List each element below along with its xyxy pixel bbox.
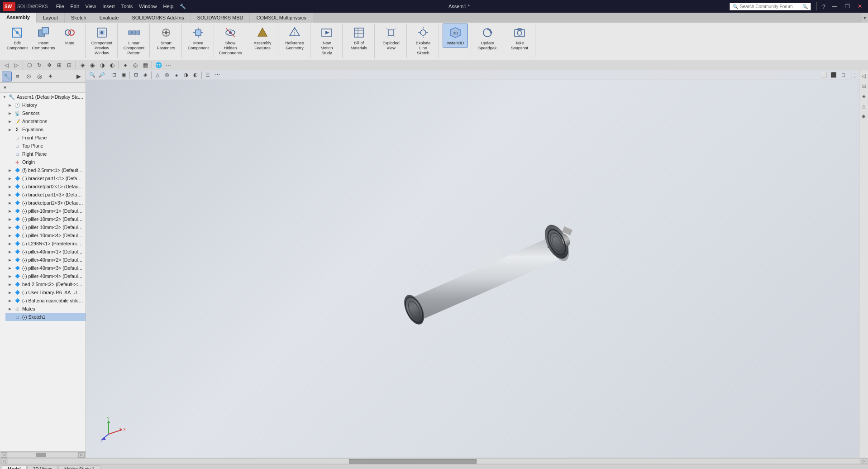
tree-item-bracketpart2-3[interactable]: ▶ 🔷 (-) bracketpart2<3> (Default<<Defa..…	[5, 199, 86, 207]
vp-standard-views[interactable]: ▣	[119, 71, 128, 80]
explode-line-sketch-button[interactable]: ExplodeLineSketch	[410, 24, 436, 57]
vp-appearance[interactable]: ☰	[203, 71, 212, 80]
3d-viewport[interactable]: 🔍 🔎 ⊡ ▣ ⊞ ◈ △ ◎ ● ◑ ◐ ☰ ⋯ ⬜ ⬛ ◻ ⛶	[86, 70, 859, 458]
dim-expert-tab[interactable]: ◎	[34, 72, 44, 81]
tb2-zoom-box[interactable]: ⊡	[65, 61, 74, 70]
tree-item-front-plane[interactable]: □ Front Plane	[5, 134, 86, 142]
expand-bed-2[interactable]: ▶	[7, 282, 13, 287]
rp-btn-3[interactable]: ◈	[860, 92, 868, 100]
reference-geometry-button[interactable]: ReferenceGeometry	[282, 24, 307, 53]
vp-display-wireframe[interactable]: ◈	[141, 71, 150, 80]
expand-piller-40-1[interactable]: ▶	[7, 249, 13, 254]
vp-realview[interactable]: ●	[172, 71, 181, 80]
tree-item-equations[interactable]: ▶ Σ Equations	[5, 125, 86, 134]
vp-split-right[interactable]: ⬜	[820, 71, 829, 80]
tree-item-right-plane[interactable]: □ Right Plane	[5, 150, 86, 158]
sidebar-scroll-track[interactable]	[8, 453, 77, 457]
tb2-more[interactable]: ⋯	[164, 61, 173, 70]
tree-item-piller-10-3[interactable]: ▶ 🔷 (-) piller-10mm<3> (Default<<Defa...	[5, 223, 86, 231]
expand-piller-10-4[interactable]: ▶	[7, 233, 13, 238]
scroll-right-arrow[interactable]: ▷	[861, 459, 867, 464]
tb2-hide[interactable]: ◉	[88, 61, 97, 70]
tb2-curvature[interactable]: ▦	[141, 61, 150, 70]
vp-display-shaded[interactable]: ⊞	[131, 71, 140, 80]
tree-item-top-plane[interactable]: □ Top Plane	[5, 142, 86, 150]
menu-help[interactable]: Help	[160, 3, 176, 10]
tb2-environment[interactable]: 🌐	[154, 61, 163, 70]
expand-bed-1[interactable]: ▶	[7, 168, 13, 173]
maximize-button[interactable]: ❐	[842, 2, 853, 11]
tab-comsol[interactable]: COMSOL Multiphysics	[250, 13, 313, 23]
expand-sensors[interactable]: ▶	[7, 110, 13, 116]
feature-tree[interactable]: ▼ 🔧 Assem1 (Default<Display State-1>) ▶ …	[0, 93, 86, 451]
smart-fasteners-button[interactable]: SmartFasteners	[153, 24, 179, 53]
expand-bracket-3[interactable]: ▶	[7, 192, 13, 197]
tree-item-piller-40-4[interactable]: ▶ 🔷 (-) piller-40mm<4> (Default<<Defa...	[5, 272, 86, 280]
tree-item-piller-40-1[interactable]: ▶ 🔷 (-) piller-40mm<1> (Default<<Defa...	[5, 248, 86, 256]
vp-restore[interactable]: ◻	[839, 71, 848, 80]
menu-tools[interactable]: Tools	[119, 3, 136, 10]
vp-view-selector[interactable]: ◎	[162, 71, 172, 80]
tree-item-assem1[interactable]: ▼ 🔧 Assem1 (Default<Display State-1>)	[0, 93, 86, 101]
instant3d-button[interactable]: 3D Instant3D	[443, 24, 468, 48]
menu-window[interactable]: Window	[136, 3, 159, 10]
scroll-track[interactable]	[8, 459, 860, 464]
rp-btn-4[interactable]: △	[860, 102, 868, 110]
tab-mbd[interactable]: SOLIDWORKS MBD	[191, 13, 250, 23]
scroll-left-arrow[interactable]: ◁	[1, 459, 7, 464]
tree-item-piller-40-2[interactable]: ▶ 🔷 (-) piller-40mm<2> (Default<<Defa...	[5, 256, 86, 264]
expand-mates[interactable]: ▶	[7, 306, 13, 311]
tree-item-origin[interactable]: ✛ Origin	[5, 158, 86, 166]
expand-user-library[interactable]: ▶	[7, 290, 13, 295]
property-manager-tab[interactable]: ≡	[13, 72, 23, 81]
bill-of-materials-button[interactable]: Bill ofMaterials	[346, 24, 372, 53]
vp-zoom-to-fit[interactable]: 🔍	[88, 71, 97, 80]
rp-btn-1[interactable]: ◁	[860, 72, 868, 80]
tb2-shadow[interactable]: ◎	[131, 61, 140, 70]
assembly-features-button[interactable]: AssemblyFeatures	[250, 24, 275, 53]
take-snapshot-button[interactable]: TakeSnapshot	[507, 24, 532, 53]
tree-item-sketch1[interactable]: □ (-) Sketch1	[5, 313, 86, 321]
expand-piller-10-3[interactable]: ▶	[7, 225, 13, 230]
sidebar-filter[interactable]: ▼	[0, 83, 86, 93]
vp-split-down[interactable]: ⬛	[829, 71, 838, 80]
tree-item-annotations[interactable]: ▶ 📝 Annotations	[5, 117, 86, 125]
tab-model[interactable]: Model	[2, 465, 27, 469]
expand-piller-10-1[interactable]: ▶	[7, 208, 13, 214]
ribbon-tab-bar[interactable]: Assembly Layout Sketch Evaluate SOLIDWOR…	[0, 13, 868, 23]
minimize-button[interactable]: —	[829, 2, 840, 11]
sidebar-scroll-right[interactable]: ▷	[78, 452, 85, 458]
close-button[interactable]: ✕	[854, 2, 865, 11]
tb2-pan[interactable]: ✥	[45, 61, 54, 70]
tree-item-bracketpart2-1[interactable]: ▶ 🔷 (-) bracketpart2<1> (Default<<Defa..…	[5, 182, 86, 191]
linear-component-pattern-button[interactable]: LinearComponentPattern	[121, 24, 147, 57]
rp-btn-2[interactable]: ⊡	[860, 82, 868, 90]
sidebar-nav-right[interactable]: ▶	[74, 72, 84, 81]
tree-item-bed-1[interactable]: ▶ 🔷 (f) bed-2.5mm<1> (Default<<Defa...	[5, 166, 86, 174]
appearance-tab[interactable]: ✦	[45, 72, 55, 81]
search-input[interactable]	[740, 4, 801, 9]
search-box[interactable]: 🔍 🔍	[730, 3, 811, 10]
menu-edit[interactable]: Edit	[68, 3, 82, 10]
expand-history[interactable]: ▶	[7, 102, 13, 108]
expand-annotations[interactable]: ▶	[7, 119, 13, 124]
tab-layout[interactable]: Layout	[37, 13, 65, 23]
update-speedpak-button[interactable]: UpdateSpeedpak	[475, 24, 500, 53]
tb2-realview[interactable]: ●	[121, 61, 130, 70]
ribbon-expand-icon[interactable]: ▼	[862, 13, 868, 23]
component-preview-button[interactable]: ComponentPreviewWindow	[89, 24, 114, 57]
tb2-display-style[interactable]: ◈	[78, 61, 87, 70]
expand-piller-40-3[interactable]: ▶	[7, 265, 13, 271]
bottom-tab-bar[interactable]: Model 3D Views Motion Study 1	[0, 464, 868, 469]
tree-item-piller-10-1[interactable]: ▶ 🔷 (-) piller-10mm<1> (Default<<Defa...	[5, 207, 86, 215]
move-component-button[interactable]: MoveComponent	[186, 24, 211, 53]
expand-l298n[interactable]: ▶	[7, 241, 13, 246]
expand-equations[interactable]: ▶	[7, 127, 13, 132]
tab-motion-study-1[interactable]: Motion Study 1	[58, 465, 100, 469]
expand-batteria[interactable]: ▶	[7, 298, 13, 303]
config-manager-tab[interactable]: ⊙	[24, 72, 33, 81]
tab-3d-views[interactable]: 3D Views	[27, 465, 58, 469]
tb2-view-sel[interactable]: ◐	[108, 61, 117, 70]
tree-item-bracket-1[interactable]: ▶ 🔷 (-) bracket part1<1> (Default<<Def..…	[5, 174, 86, 182]
vp-normal-to[interactable]: ⊡	[110, 71, 119, 80]
